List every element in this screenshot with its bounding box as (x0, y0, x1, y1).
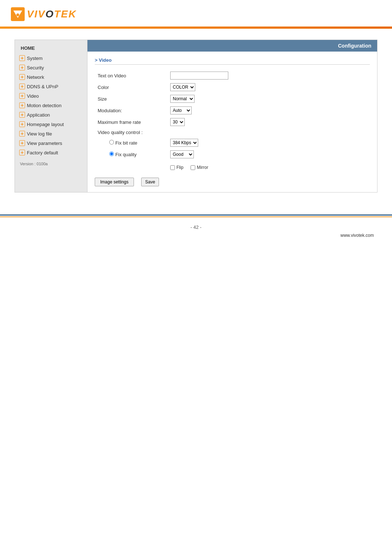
fix-quality-radio[interactable] (109, 151, 114, 156)
fix-quality-select[interactable]: Good Normal Fair Poor (170, 150, 194, 158)
table-row-flip-mirror: Flip Mirror (95, 160, 370, 172)
bottom-bar-1 (0, 214, 392, 216)
plus-icon-video: + (19, 93, 25, 99)
flip-checkbox[interactable] (170, 165, 175, 170)
table-row-fix-bit-rate: Fix bit rate 384 Kbps 512 Kbps 768 Kbps … (95, 137, 370, 149)
content-area: Configuration > Video Text on Video Colo… (87, 40, 377, 192)
plus-icon-motion: + (19, 102, 25, 108)
sidebar-label-motion: Motion detection (27, 103, 61, 108)
max-frame-rate-select[interactable]: 30 25 20 15 10 5 (170, 118, 185, 126)
table-row-size: Size Normal Half Quarter (95, 93, 370, 105)
table-row-modulation: Modulation: Auto NTSC PAL (95, 105, 370, 116)
size-value: Normal Half Quarter (167, 93, 370, 105)
fix-bit-rate-radio[interactable] (109, 140, 114, 145)
fix-bit-rate-select-cell: 384 Kbps 512 Kbps 768 Kbps 1 Mbps 1.5 Mb… (167, 137, 370, 149)
sidebar-label-network: Network (27, 74, 44, 80)
fix-quality-label: Fix quality (115, 152, 137, 157)
color-select[interactable]: COLOR B/W (170, 83, 195, 91)
vivotek-logo-icon (11, 7, 25, 21)
plus-icon-factory: + (19, 150, 25, 155)
sidebar-label-security: Security (27, 65, 44, 70)
header: VIVOTEK (0, 0, 392, 27)
table-row-quality-label: Video quality control : (95, 128, 370, 137)
fix-bit-rate-label: Fix bit rate (115, 140, 138, 146)
table-row-color: Color COLOR B/W (95, 81, 370, 93)
sidebar-item-home[interactable]: HOME (15, 44, 87, 53)
max-frame-rate-value: 30 25 20 15 10 5 (167, 116, 370, 128)
fix-bit-rate-select[interactable]: 384 Kbps 512 Kbps 768 Kbps 1 Mbps 1.5 Mb… (170, 139, 198, 147)
table-row-fix-quality: Fix quality Good Normal Fair Poor (95, 149, 370, 160)
modulation-select[interactable]: Auto NTSC PAL (170, 106, 192, 114)
sidebar-label-viewlog: View log file (27, 131, 52, 137)
sidebar: HOME + System + Security + Network + DDN… (15, 40, 87, 192)
modulation-label: Modulation: (95, 105, 167, 116)
section-title: > Video (95, 57, 370, 65)
sidebar-label-ddns: DDNS & UPnP (27, 84, 58, 89)
plus-icon-network: + (19, 74, 25, 80)
fix-quality-select-cell: Good Normal Fair Poor (167, 149, 370, 160)
quality-control-label: Video quality control : (95, 128, 167, 137)
sidebar-item-network[interactable]: + Network (15, 72, 87, 82)
sidebar-item-viewlog[interactable]: + View log file (15, 129, 87, 138)
fix-quality-radio-container: Fix quality (109, 152, 136, 157)
size-label: Size (95, 93, 167, 105)
button-row: Image settings Save (95, 178, 370, 186)
svg-point-2 (16, 13, 19, 16)
content-inner: > Video Text on Video Color COLOR B/W (87, 52, 377, 192)
sidebar-item-video[interactable]: + Video (15, 91, 87, 101)
size-select[interactable]: Normal Half Quarter (170, 95, 195, 103)
logo-area: VIVOTEK (11, 7, 381, 21)
sidebar-label-homepage: Homepage layout (27, 122, 64, 127)
version-text: Version : 0100a (15, 157, 87, 170)
sidebar-label-factory: Factory default (27, 150, 58, 155)
max-frame-rate-label: Maximum frame rate (95, 116, 167, 128)
table-row-text-on-video: Text on Video (95, 70, 370, 81)
text-on-video-label: Text on Video (95, 70, 167, 81)
text-on-video-input[interactable] (170, 72, 228, 80)
config-header: Configuration (87, 40, 377, 52)
sidebar-item-system[interactable]: + System (15, 53, 87, 63)
sidebar-home-label: HOME (21, 45, 35, 51)
sidebar-item-security[interactable]: + Security (15, 63, 87, 72)
footer-url: www.vivotek.com (0, 233, 392, 238)
plus-icon-viewlog: + (19, 131, 25, 137)
page-number: - 42 - (0, 224, 392, 230)
sidebar-label-system: System (27, 56, 42, 61)
image-settings-button[interactable]: Image settings (95, 178, 134, 186)
sidebar-item-viewparams[interactable]: + View parameters (15, 138, 87, 148)
sidebar-item-homepage[interactable]: + Homepage layout (15, 119, 87, 129)
logo-text: VIVOTEK (27, 8, 77, 20)
text-on-video-value (167, 70, 370, 81)
plus-icon-viewparams: + (19, 140, 25, 146)
sidebar-item-application[interactable]: + Application (15, 110, 87, 119)
bottom-bar-2 (0, 216, 392, 217)
fix-bit-rate-radio-container: Fix bit rate (109, 140, 137, 146)
main-container: HOME + System + Security + Network + DDN… (15, 40, 377, 193)
plus-icon-homepage: + (19, 121, 25, 127)
flip-mirror-row: Flip Mirror (170, 165, 367, 170)
sidebar-label-application: Application (27, 112, 50, 118)
sidebar-label-video: Video (27, 93, 39, 99)
table-row-maxframerate: Maximum frame rate 30 25 20 15 10 5 (95, 116, 370, 128)
sidebar-item-factory[interactable]: + Factory default (15, 148, 87, 157)
color-label: Color (95, 81, 167, 93)
sidebar-item-ddns[interactable]: + DDNS & UPnP (15, 82, 87, 91)
sidebar-item-motion[interactable]: + Motion detection (15, 101, 87, 110)
flip-label[interactable]: Flip (170, 165, 183, 170)
modulation-value: Auto NTSC PAL (167, 105, 370, 116)
plus-icon-ddns: + (19, 84, 25, 89)
save-button[interactable]: Save (141, 178, 159, 186)
top-decorative-bar (0, 27, 392, 29)
mirror-checkbox[interactable] (191, 165, 195, 170)
plus-icon-application: + (19, 112, 25, 118)
video-form-table: Text on Video Color COLOR B/W (95, 70, 370, 172)
plus-icon-security: + (19, 65, 25, 70)
sidebar-label-viewparams: View parameters (27, 141, 62, 146)
plus-icon-system: + (19, 55, 25, 61)
bottom-decorative-bars (0, 214, 392, 217)
color-value: COLOR B/W (167, 81, 370, 93)
mirror-label[interactable]: Mirror (191, 165, 208, 170)
